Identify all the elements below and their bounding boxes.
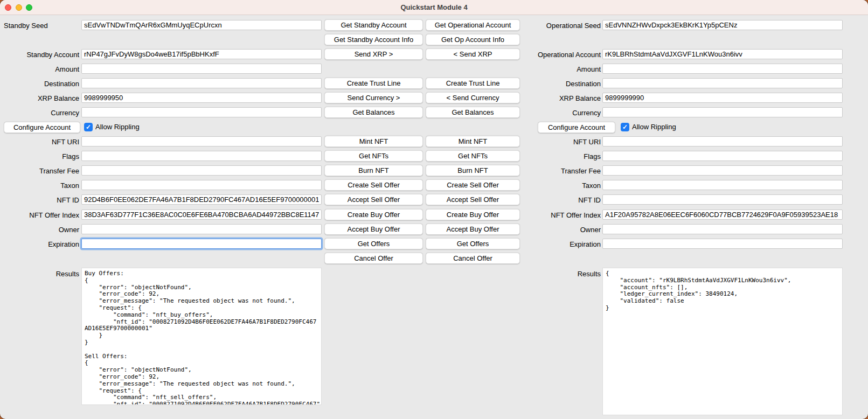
op-flags-label: Flags — [517, 151, 601, 162]
op-mint-nft-button[interactable]: Mint NFT — [426, 136, 520, 147]
op-currency-label: Currency — [517, 108, 601, 118]
standby-seed-input[interactable] — [81, 20, 322, 30]
op-get-nfts-button[interactable]: Get NFTs — [426, 150, 520, 162]
op-transfer-fee-label: Transfer Fee — [517, 166, 601, 176]
standby-account-label: Standby Account — [4, 50, 79, 60]
send-xrp-left-button[interactable]: < Send XRP — [426, 48, 520, 60]
op-nft-id-input[interactable] — [602, 194, 843, 205]
send-currency-right-button[interactable]: Send Currency > — [324, 92, 423, 103]
get-operational-account-button[interactable]: Get Operational Account — [426, 19, 520, 31]
op-accept-buy-offer-button[interactable]: Accept Buy Offer — [426, 224, 520, 235]
op-create-buy-offer-button[interactable]: Create Buy Offer — [426, 209, 520, 220]
op-owner-label: Owner — [517, 225, 601, 235]
standby-nft-uri-input[interactable] — [81, 136, 322, 146]
standby-transfer-fee-label: Transfer Fee — [4, 166, 79, 176]
op-cancel-offer-button[interactable]: Cancel Offer — [426, 253, 520, 264]
op-expiration-input[interactable] — [602, 239, 843, 249]
send-currency-left-button[interactable]: < Send Currency — [426, 92, 520, 103]
op-accept-sell-offer-button[interactable]: Accept Sell Offer — [426, 194, 520, 205]
standby-flags-input[interactable] — [81, 151, 322, 161]
op-destination-input[interactable] — [602, 78, 843, 88]
operational-account-label: Operational Account — [517, 50, 601, 60]
standby-xrp-balance-label: XRP Balance — [4, 93, 79, 103]
operational-seed-input[interactable] — [602, 20, 843, 30]
standby-transfer-fee-input[interactable] — [81, 165, 322, 176]
standby-expiration-label: Expiration — [4, 239, 79, 249]
standby-results-area[interactable]: Buy Offers: { "error": "objectNotFound",… — [81, 268, 322, 405]
op-currency-input[interactable] — [602, 107, 843, 117]
standby-currency-label: Currency — [4, 108, 79, 118]
send-xrp-right-button[interactable]: Send XRP > — [324, 48, 423, 60]
op-amount-input[interactable] — [602, 64, 843, 74]
get-standby-account-button[interactable]: Get Standby Account — [324, 19, 423, 31]
op-taxon-label: Taxon — [517, 180, 601, 191]
standby-taxon-label: Taxon — [4, 180, 79, 191]
standby-owner-label: Owner — [4, 225, 79, 235]
standby-create-trust-line-button[interactable]: Create Trust Line — [324, 78, 423, 89]
standby-taxon-input[interactable] — [81, 180, 322, 190]
op-results-text: { "account": "rK9LBRhStdmtAaVdJXGVF1LnKW… — [603, 268, 842, 312]
op-xrp-balance-input[interactable] — [602, 93, 843, 103]
standby-owner-input[interactable] — [81, 224, 322, 234]
standby-nft-uri-label: NFT URI — [4, 137, 79, 147]
standby-flags-label: Flags — [4, 151, 79, 162]
standby-xrp-balance-input[interactable] — [81, 93, 322, 103]
standby-nft-offer-index-label: NFT Offer Index — [4, 210, 79, 220]
op-nft-uri-input[interactable] — [602, 136, 843, 146]
standby-cancel-offer-button[interactable]: Cancel Offer — [324, 253, 423, 264]
standby-amount-input[interactable] — [81, 64, 322, 74]
window-title: Quickstart Module 4 — [0, 0, 868, 15]
standby-seed-label: Standby Seed — [4, 20, 79, 31]
standby-amount-label: Amount — [4, 64, 79, 74]
standby-currency-input[interactable] — [81, 107, 322, 117]
standby-destination-input[interactable] — [81, 78, 322, 88]
op-results-area[interactable]: { "account": "rK9LBRhStdmtAaVdJXGVF1LnKW… — [602, 268, 843, 415]
op-configure-account-button[interactable]: Configure Account — [538, 122, 615, 133]
standby-nft-id-label: NFT ID — [4, 195, 79, 205]
op-transfer-fee-input[interactable] — [602, 165, 843, 176]
op-nft-offer-index-input[interactable] — [602, 210, 843, 220]
standby-mint-nft-button[interactable]: Mint NFT — [324, 136, 423, 147]
op-allow-rippling-checkbox[interactable]: ✓ — [621, 123, 629, 131]
standby-expiration-input[interactable] — [81, 239, 322, 249]
op-nft-uri-label: NFT URI — [517, 137, 601, 147]
operational-seed-label: Operational Seed — [517, 20, 601, 31]
title-bar: Quickstart Module 4 — [0, 0, 868, 15]
op-xrp-balance-label: XRP Balance — [517, 93, 601, 103]
op-create-sell-offer-button[interactable]: Create Sell Offer — [426, 179, 520, 191]
op-get-balances-button[interactable]: Get Balances — [426, 107, 520, 118]
app-window: Quickstart Module 4 Standby Seed Standby… — [0, 0, 868, 419]
standby-results-label: Results — [4, 269, 79, 279]
standby-burn-nft-button[interactable]: Burn NFT — [324, 165, 423, 176]
get-standby-account-info-button[interactable]: Get Standby Account Info — [324, 34, 423, 45]
standby-accept-buy-offer-button[interactable]: Accept Buy Offer — [324, 224, 423, 235]
op-allow-rippling-label: Allow Rippling — [632, 122, 676, 132]
standby-accept-sell-offer-button[interactable]: Accept Sell Offer — [324, 194, 423, 205]
standby-results-text: Buy Offers: { "error": "objectNotFound",… — [82, 268, 321, 405]
standby-destination-label: Destination — [4, 79, 79, 89]
op-owner-input[interactable] — [602, 224, 843, 234]
standby-account-input[interactable] — [81, 49, 322, 59]
standby-get-offers-button[interactable]: Get Offers — [324, 238, 423, 249]
op-burn-nft-button[interactable]: Burn NFT — [426, 165, 520, 176]
standby-nft-id-input[interactable] — [81, 194, 322, 205]
standby-allow-rippling-label: Allow Rippling — [95, 122, 140, 132]
standby-get-balances-button[interactable]: Get Balances — [324, 107, 423, 118]
standby-get-nfts-button[interactable]: Get NFTs — [324, 150, 423, 162]
standby-allow-rippling-checkbox[interactable]: ✓ — [84, 123, 93, 131]
op-create-trust-line-button[interactable]: Create Trust Line — [426, 78, 520, 89]
standby-create-sell-offer-button[interactable]: Create Sell Offer — [324, 179, 423, 191]
op-nft-offer-index-label: NFT Offer Index — [517, 210, 601, 220]
op-get-offers-button[interactable]: Get Offers — [426, 238, 520, 249]
get-op-account-info-button[interactable]: Get Op Account Info — [426, 34, 520, 45]
operational-account-input[interactable] — [602, 49, 843, 59]
op-flags-input[interactable] — [602, 151, 843, 161]
standby-nft-offer-index-input[interactable] — [81, 210, 322, 220]
op-amount-label: Amount — [517, 64, 601, 74]
standby-configure-account-button[interactable]: Configure Account — [4, 122, 80, 133]
op-expiration-label: Expiration — [517, 239, 601, 249]
op-nft-id-label: NFT ID — [517, 195, 601, 205]
op-taxon-input[interactable] — [602, 180, 843, 190]
op-destination-label: Destination — [517, 79, 601, 89]
standby-create-buy-offer-button[interactable]: Create Buy Offer — [324, 209, 423, 220]
